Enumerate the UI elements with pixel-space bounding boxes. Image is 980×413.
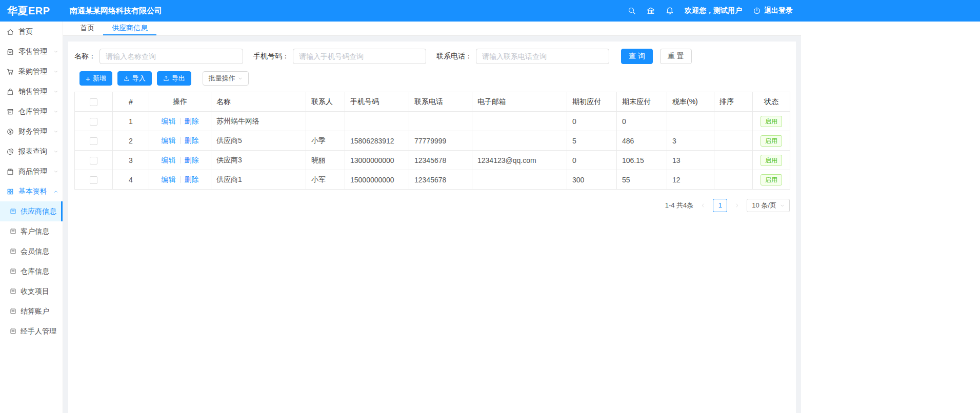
delete-link[interactable]: 删除 <box>185 117 199 125</box>
delete-link[interactable]: 删除 <box>185 136 199 144</box>
sidebar-item-reports[interactable]: 报表查询 <box>0 141 63 161</box>
add-button-label: 新增 <box>93 74 106 83</box>
sidebar-subitem-income-expense[interactable]: 收支项目 <box>0 281 63 301</box>
edit-link[interactable]: 编辑 <box>162 136 176 144</box>
select-all-checkbox[interactable] <box>90 98 97 106</box>
cell-name: 供应商5 <box>211 131 306 151</box>
cell-phone: 12345678 <box>409 170 472 190</box>
sidebar-subitem-member-info[interactable]: 会员信息 <box>0 241 63 261</box>
prev-page-button[interactable] <box>698 199 708 212</box>
cell-status: 启用 <box>753 112 790 131</box>
col-header-mobile: 手机号码 <box>345 92 409 112</box>
row-checkbox[interactable] <box>90 157 97 164</box>
bell-icon[interactable] <box>666 7 674 15</box>
tab-label: 首页 <box>80 24 94 33</box>
cell-end-payable: 106.15 <box>617 151 667 170</box>
edit-link[interactable]: 编辑 <box>162 117 176 125</box>
sidebar-item-sales[interactable]: 销售管理 <box>0 81 63 101</box>
cell-name: 苏州蜗牛网络 <box>211 112 306 131</box>
cell-status: 启用 <box>753 170 790 190</box>
cell-sort <box>714 131 753 151</box>
edit-link[interactable]: 编辑 <box>162 175 176 183</box>
chevron-down-icon <box>780 203 785 208</box>
col-header-actions: 操作 <box>149 92 211 112</box>
bank-icon[interactable] <box>647 7 655 15</box>
edit-link[interactable]: 编辑 <box>162 156 176 164</box>
next-page-button[interactable] <box>732 199 742 212</box>
row-checkbox[interactable] <box>90 137 97 145</box>
pagination: 1-4 共4条 1 10 条/页 <box>74 199 790 212</box>
sidebar-item-retail[interactable]: 零售管理 <box>0 42 63 61</box>
mobile-filter-input[interactable] <box>293 49 426 64</box>
cell-sort <box>714 151 753 170</box>
name-filter-label: 名称： <box>74 52 96 61</box>
cell-index: 3 <box>113 151 149 170</box>
col-header-begin-payable: 期初应付 <box>567 92 617 112</box>
header-actions: 欢迎您，测试用户 退出登录 <box>628 6 801 15</box>
import-button[interactable]: 导入 <box>117 71 152 86</box>
cell-sort <box>714 170 753 190</box>
sidebar-item-home[interactable]: 首页 <box>0 22 63 42</box>
chevron-down-icon <box>53 49 58 54</box>
sidebar-item-basic-data[interactable]: 基本资料 <box>0 181 63 201</box>
name-filter-input[interactable] <box>99 49 243 64</box>
chevron-down-icon <box>53 169 58 174</box>
tab-home[interactable]: 首页 <box>71 22 103 35</box>
divider <box>180 137 181 144</box>
logout-button[interactable]: 退出登录 <box>753 6 793 15</box>
delete-link[interactable]: 删除 <box>185 156 199 164</box>
sidebar-item-label: 仓库管理 <box>18 107 47 116</box>
tab-supplier-info[interactable]: 供应商信息 <box>103 22 156 35</box>
row-checkbox[interactable] <box>90 176 97 184</box>
phone-filter-input[interactable] <box>476 49 609 64</box>
row-checkbox[interactable] <box>90 118 97 126</box>
sidebar-item-goods[interactable]: 商品管理 <box>0 161 63 181</box>
sidebar-subitem-warehouse-info[interactable]: 仓库信息 <box>0 261 63 281</box>
sidebar-subitem-settlement-account[interactable]: 结算账户 <box>0 301 63 321</box>
cell-email <box>472 131 567 151</box>
cell-contact <box>306 112 345 131</box>
supplier-card: 名称： 手机号码： 联系电话： 查 询 重 置 + 新增 <box>68 42 796 413</box>
chevron-down-icon <box>53 129 58 134</box>
sidebar-item-warehouse[interactable]: 仓库管理 <box>0 101 63 121</box>
cell-index: 4 <box>113 170 149 190</box>
sidebar-item-purchase[interactable]: 采购管理 <box>0 61 63 81</box>
divider <box>180 176 181 183</box>
sidebar-subitem-label: 客户信息 <box>21 227 49 236</box>
sidebar-subitem-supplier-info[interactable]: 供应商信息 <box>0 201 63 221</box>
cell-email: 1234123@qq.com <box>472 151 567 170</box>
table-row: 1 编辑删除 苏州蜗牛网络 0 0 <box>75 112 790 131</box>
sidebar-item-label: 零售管理 <box>18 47 47 56</box>
search-button[interactable]: 查 询 <box>621 49 653 64</box>
logout-label: 退出登录 <box>764 6 793 15</box>
table-row: 3 编辑删除 供应商3 晓丽 13000000000 12345678 1234… <box>75 151 790 170</box>
import-button-label: 导入 <box>132 74 146 83</box>
sidebar-item-finance[interactable]: 财务管理 <box>0 121 63 141</box>
cell-mobile: 15000000000 <box>345 170 409 190</box>
sidebar-item-label: 首页 <box>18 27 33 36</box>
search-icon[interactable] <box>628 7 636 15</box>
shop-icon <box>7 48 14 55</box>
delete-link[interactable]: 删除 <box>185 175 199 183</box>
col-header-name: 名称 <box>211 92 306 112</box>
sidebar-subitem-customer-info[interactable]: 客户信息 <box>0 221 63 241</box>
sidebar-subitem-label: 仓库信息 <box>21 267 49 276</box>
sidebar-item-label: 报表查询 <box>18 147 47 156</box>
sidebar-subitem-label: 供应商信息 <box>21 207 56 216</box>
shopping-bag-icon <box>7 88 14 95</box>
home-icon <box>7 28 14 35</box>
add-button[interactable]: + 新增 <box>79 71 112 86</box>
reset-button[interactable]: 重 置 <box>660 49 692 64</box>
batch-actions-button[interactable]: 批量操作 <box>203 71 249 86</box>
export-button[interactable]: 导出 <box>157 71 191 86</box>
status-badge: 启用 <box>761 174 782 185</box>
pagination-total: 1-4 共4条 <box>665 201 694 210</box>
file-icon <box>10 248 16 255</box>
sidebar-subitem-handler-management[interactable]: 经手人管理 <box>0 321 63 341</box>
logout-icon <box>753 7 761 15</box>
table-row: 4 编辑删除 供应商1 小军 15000000000 12345678 300 <box>75 170 790 190</box>
chevron-down-icon <box>53 69 58 74</box>
cell-tax-rate: 3 <box>667 131 714 151</box>
page-size-select[interactable]: 10 条/页 <box>747 199 790 212</box>
page-number-button[interactable]: 1 <box>713 199 727 212</box>
